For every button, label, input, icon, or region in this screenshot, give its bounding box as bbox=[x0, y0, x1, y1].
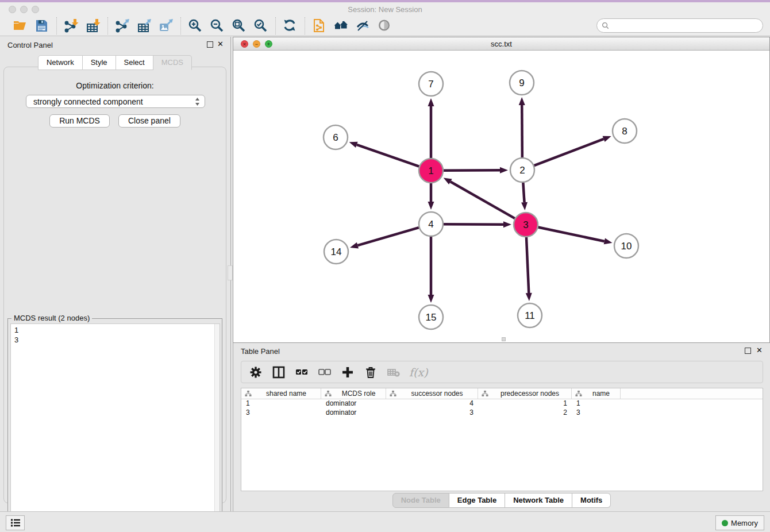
edge-1-6[interactable] bbox=[357, 145, 419, 167]
open-session-button[interactable] bbox=[11, 17, 29, 34]
table-toolbar: f(x) bbox=[241, 361, 763, 383]
search-input[interactable] bbox=[611, 21, 763, 30]
titlebar: Session: New Session bbox=[0, 2, 770, 16]
graph-node-11[interactable]: 11 bbox=[518, 303, 542, 327]
network-from-file-button[interactable] bbox=[311, 17, 328, 34]
edge-4-14[interactable] bbox=[357, 228, 418, 245]
table-cell[interactable]: 3 bbox=[572, 408, 621, 418]
import-table-button[interactable] bbox=[84, 17, 102, 34]
tab-motifs[interactable]: Motifs bbox=[572, 493, 611, 508]
svg-text:3: 3 bbox=[523, 219, 528, 230]
table-cell[interactable]: 1 bbox=[478, 399, 572, 408]
table-cell[interactable]: 1 bbox=[241, 399, 321, 408]
tab-network-table[interactable]: Network Table bbox=[505, 493, 572, 508]
edge-3-11[interactable] bbox=[526, 237, 529, 293]
table-cell[interactable]: 1 bbox=[572, 399, 621, 408]
edge-2-3[interactable] bbox=[523, 183, 524, 202]
network-window-titlebar[interactable]: × − + scc.txt bbox=[233, 37, 769, 51]
table-close-icon[interactable]: ✕ bbox=[756, 346, 763, 354]
tab-edge-table[interactable]: Edge Table bbox=[449, 493, 505, 508]
graph-node-10[interactable]: 10 bbox=[614, 234, 638, 258]
add-row-button[interactable] bbox=[340, 365, 355, 380]
zoom-fit-button[interactable] bbox=[230, 17, 248, 34]
tab-mcds[interactable]: MCDS bbox=[153, 55, 192, 70]
memory-button[interactable]: Memory bbox=[715, 515, 764, 530]
edge-4-3[interactable] bbox=[444, 224, 503, 225]
save-session-button[interactable] bbox=[33, 17, 51, 34]
graph-node-3[interactable]: 3 bbox=[514, 213, 538, 237]
zoom-in-button[interactable] bbox=[187, 17, 204, 34]
export-image-button[interactable] bbox=[157, 17, 175, 34]
edge-2-8[interactable] bbox=[534, 139, 604, 165]
criterion-dropdown[interactable]: strongly connected component bbox=[26, 95, 205, 108]
table-panel: Table Panel ✕ f(x) shared nameMCDS roles… bbox=[233, 343, 770, 511]
delete-row-button[interactable] bbox=[363, 365, 378, 380]
tab-network[interactable]: Network bbox=[38, 55, 83, 70]
column-header-shared-name[interactable]: shared name bbox=[241, 388, 321, 399]
result-scrollbar[interactable] bbox=[214, 324, 220, 529]
zoom-out-button[interactable] bbox=[209, 17, 226, 34]
control-panel-header: Control Panel ✕ bbox=[0, 37, 230, 53]
column-header-successor-nodes[interactable]: successor nodes bbox=[386, 388, 478, 399]
export-table-button[interactable] bbox=[136, 17, 153, 34]
close-panel-button[interactable]: Close panel bbox=[118, 114, 180, 128]
graph-node-9[interactable]: 9 bbox=[510, 71, 534, 95]
export-network-button[interactable] bbox=[114, 17, 131, 34]
edge-arrow-4-15 bbox=[428, 295, 434, 303]
edge-1-2[interactable] bbox=[444, 170, 500, 171]
column-header-MCDS-role[interactable]: MCDS role bbox=[321, 388, 386, 399]
table-float-icon[interactable] bbox=[745, 348, 751, 354]
table-cell[interactable]: dominator bbox=[321, 408, 386, 418]
refresh-network-button[interactable] bbox=[282, 17, 299, 34]
graph-node-2[interactable]: 2 bbox=[510, 158, 534, 182]
node-table[interactable]: shared nameMCDS rolesuccessor nodesprede… bbox=[241, 388, 763, 491]
deselect-all-button[interactable] bbox=[317, 365, 332, 380]
home-button[interactable] bbox=[333, 17, 350, 34]
network-bottom-grip[interactable] bbox=[502, 337, 506, 341]
table-row[interactable]: 3dominator323 bbox=[241, 408, 763, 418]
add-row-icon bbox=[341, 366, 354, 379]
graph-node-15[interactable]: 15 bbox=[419, 305, 443, 329]
table-cell[interactable]: 2 bbox=[478, 408, 572, 418]
tab-select[interactable]: Select bbox=[116, 55, 153, 70]
graph-node-8[interactable]: 8 bbox=[613, 119, 637, 143]
graph-node-14[interactable]: 14 bbox=[324, 240, 348, 264]
table-row[interactable]: 1dominator411 bbox=[241, 399, 763, 408]
import-network-button[interactable] bbox=[63, 17, 80, 34]
graph-node-6[interactable]: 6 bbox=[324, 125, 348, 149]
edge-3-10[interactable] bbox=[538, 228, 605, 241]
table-cell[interactable]: 3 bbox=[386, 408, 478, 418]
edge-3-1[interactable] bbox=[451, 182, 515, 218]
mcds-result-text[interactable]: 1 3 bbox=[10, 323, 220, 530]
zoom-out-icon bbox=[210, 18, 225, 33]
tab-style[interactable]: Style bbox=[83, 55, 116, 70]
attribute-type-icon bbox=[325, 390, 332, 397]
column-header-predecessor-nodes[interactable]: predecessor nodes bbox=[478, 388, 572, 399]
svg-text:8: 8 bbox=[622, 126, 627, 137]
network-canvas[interactable]: 7968124314101511 bbox=[233, 51, 769, 340]
graph-node-7[interactable]: 7 bbox=[419, 72, 443, 96]
table-cell[interactable]: 4 bbox=[386, 399, 478, 408]
select-all-button[interactable] bbox=[294, 365, 309, 380]
graphics-details-button[interactable] bbox=[355, 17, 372, 34]
table-panel-header: Table Panel ✕ bbox=[233, 343, 770, 359]
tab-node-table[interactable]: Node Table bbox=[392, 493, 449, 508]
search-box[interactable] bbox=[596, 18, 763, 33]
split-panel-button[interactable] bbox=[271, 365, 286, 380]
criterion-value: strongly connected component bbox=[33, 97, 143, 106]
graph-node-1[interactable]: 1 bbox=[419, 159, 443, 183]
run-mcds-button[interactable]: Run MCDS bbox=[49, 114, 110, 128]
float-panel-icon[interactable] bbox=[207, 41, 213, 48]
divider-grip[interactable] bbox=[228, 265, 233, 280]
zoom-selected-button[interactable] bbox=[252, 17, 270, 34]
table-settings-button[interactable] bbox=[248, 365, 263, 380]
edge-arrow-3-10 bbox=[604, 238, 613, 245]
edge-2-9[interactable] bbox=[522, 105, 522, 157]
visibility-button[interactable] bbox=[376, 17, 394, 34]
table-cell[interactable]: 3 bbox=[241, 408, 321, 418]
table-cell[interactable]: dominator bbox=[321, 399, 386, 408]
graph-node-4[interactable]: 4 bbox=[419, 212, 443, 236]
task-history-button[interactable] bbox=[6, 515, 25, 530]
column-header-name[interactable]: name bbox=[572, 388, 621, 399]
close-panel-icon[interactable]: ✕ bbox=[217, 40, 224, 48]
